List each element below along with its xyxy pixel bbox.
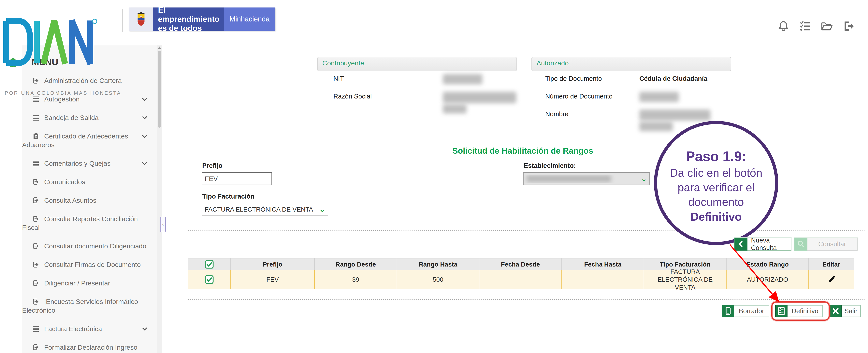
definitivo-label: Definitivo <box>787 305 823 317</box>
edit-pencil-icon[interactable] <box>809 270 854 289</box>
table-cell: AUTORIZADO <box>726 270 809 289</box>
nueva-consulta-label: Nueva Consulta <box>747 238 791 251</box>
autorizado-panel-header: Autorizado <box>531 57 731 71</box>
sidebar-item-label: Consultar documento Diligenciado <box>22 242 155 250</box>
table-row: FEV39500FACTURA ELECTRÓNICA DE VENTAAUTO… <box>188 270 854 289</box>
column-header: Rango Desde <box>315 258 397 270</box>
numero-documento-value-redacted <box>639 92 679 102</box>
borrador-button[interactable]: Borrador <box>722 305 769 317</box>
sidebar-item[interactable]: Consulta Asuntos <box>22 191 157 210</box>
sidebar-scrollbar[interactable] <box>157 45 162 353</box>
box-arrow-icon <box>32 178 40 186</box>
banner-ministry: Minhacienda <box>224 7 275 31</box>
table-cell <box>479 270 562 289</box>
sidebar-item[interactable]: |Encuesta Servicios Informático Electrón… <box>22 292 157 319</box>
sidebar-item[interactable]: Consulta Reportes Conciliación Fiscal <box>22 210 157 237</box>
main-content: Contribuyente NIT Razón Social Autorizad… <box>162 45 868 353</box>
annotation-title: Paso 1.9: <box>657 147 775 166</box>
establecimiento-select[interactable]: ⌄ <box>523 172 650 185</box>
colombia-crest-icon <box>129 7 153 31</box>
establecimiento-label: Establecimiento: <box>524 162 576 169</box>
nit-value-redacted <box>443 74 482 84</box>
sidebar-item-label: Bandeja de Salida <box>22 113 155 122</box>
box-arrow-icon <box>32 242 40 250</box>
box-arrow-icon <box>32 260 40 269</box>
sidebar-item[interactable]: Certificado de Antecedentes Aduaneros <box>22 127 157 154</box>
nueva-consulta-button[interactable]: Nueva Consulta <box>735 238 791 251</box>
sidebar-item[interactable]: Comentarios y Quejas <box>22 154 157 173</box>
box-arrow-icon <box>32 215 40 223</box>
banner-slogan: El emprendimiento es de todos <box>153 7 224 31</box>
sidebar-item[interactable]: Administración de Cartera <box>22 71 157 90</box>
definitivo-button[interactable]: Definitivo <box>775 305 823 317</box>
row-checkbox[interactable] <box>188 270 231 289</box>
sign-out-icon[interactable] <box>842 20 855 33</box>
annotation-line: documento <box>657 195 775 209</box>
scrollbar-up-arrow[interactable] <box>158 46 161 49</box>
nombre-label: Nombre <box>545 110 568 118</box>
sidebar-item-label: Administración de Cartera <box>22 76 155 85</box>
establecimiento-value-redacted <box>526 175 611 182</box>
column-header: Editar <box>809 258 854 270</box>
banner-line1: El emprendimiento <box>158 5 224 24</box>
dashed-separator-bottom <box>188 299 865 300</box>
nit-label: NIT <box>333 75 344 82</box>
annotation-step-circle: Paso 1.9: Da clic en el botón para verif… <box>654 121 778 245</box>
chevron-down-icon <box>141 114 148 121</box>
checklist-document-icon <box>775 305 787 317</box>
nombre-value-redacted <box>639 122 673 131</box>
chevron-down-icon <box>141 96 148 102</box>
tipo-facturacion-label: Tipo Facturación <box>202 193 254 200</box>
sidebar-item-label: Comunicados <box>22 177 155 186</box>
box-arrow-icon <box>32 298 40 306</box>
menu-lines-icon <box>32 95 40 103</box>
numero-documento-label: Número de Documento <box>545 93 613 100</box>
sidebar-item[interactable]: Comunicados <box>22 173 157 191</box>
dian-muisca-app: POR UNA COLOMBIA MÁS HONESTA El emprendi… <box>0 0 868 353</box>
table-cell: 500 <box>397 270 479 289</box>
tipo-documento-label: Tipo de Documento <box>545 75 602 82</box>
page-title: Solicitud de Habilitación de Rangos <box>440 146 606 155</box>
tipo-facturacion-select[interactable]: FACTURA ELECTRÓNICA DE VENTA ⌄ <box>202 203 328 216</box>
box-arrow-icon <box>32 197 40 204</box>
table-cell: 39 <box>315 270 397 289</box>
sidebar-item[interactable]: Diligenciar / Presentar <box>22 274 157 292</box>
box-arrow-icon <box>32 77 40 84</box>
borrador-label: Borrador <box>734 305 769 317</box>
task-list-icon[interactable] <box>799 20 812 33</box>
chevron-down-icon <box>141 133 148 139</box>
table-header-row: PrefijoRango DesdeRango HastaFecha Desde… <box>188 258 854 270</box>
draft-document-icon <box>722 305 734 317</box>
sidebar-item[interactable]: Formalizar Declaración Ingreso Salida de… <box>22 338 157 353</box>
sidebar-item[interactable]: Factura Electrónica <box>22 319 157 338</box>
rangos-table: PrefijoRango DesdeRango HastaFecha Desde… <box>188 258 854 289</box>
prefijo-input[interactable] <box>202 172 272 185</box>
open-folder-icon[interactable] <box>820 20 833 33</box>
sidebar-item[interactable]: Bandeja de Salida <box>22 108 157 127</box>
header-divider <box>122 9 123 32</box>
sidebar-item[interactable]: Consultar documento Diligenciado <box>22 237 157 255</box>
consultar-button[interactable]: Consultar <box>795 238 858 251</box>
scrollbar-thumb[interactable] <box>158 51 161 128</box>
sidebar-item-label: Certificado de Antecedentes Aduaneros <box>22 132 155 149</box>
salir-button[interactable]: Salir <box>830 305 861 317</box>
logo-tagline: POR UNA COLOMBIA MÁS HONESTA <box>5 90 121 96</box>
annotation-emphasis: Definitivo <box>657 209 775 224</box>
menu-list: Administración de CarteraAutogestiónBand… <box>22 71 157 353</box>
sidebar-item-label: Diligenciar / Presentar <box>22 279 155 287</box>
sidebar-collapse-handle[interactable]: ‹ <box>160 217 166 232</box>
consultar-label: Consultar <box>807 238 858 251</box>
notifications-bell-icon[interactable] <box>777 20 790 33</box>
header-action-icons <box>777 20 855 33</box>
chevron-down-icon: ⌄ <box>317 205 328 214</box>
select-all-checkbox[interactable] <box>188 258 231 270</box>
tipo-facturacion-selected: FACTURA ELECTRÓNICA DE VENTA <box>202 206 317 213</box>
razon-social-label: Razón Social <box>333 93 372 100</box>
sidebar-item[interactable]: Consultar Firmas de Documento <box>22 255 157 274</box>
table-cell <box>562 270 644 289</box>
dashed-separator-top <box>188 230 865 231</box>
chevron-down-icon: ⌄ <box>639 174 649 183</box>
salir-label: Salir <box>842 305 861 317</box>
sidebar-item-label: Comentarios y Quejas <box>22 159 155 168</box>
chevron-left-icon <box>735 238 747 251</box>
